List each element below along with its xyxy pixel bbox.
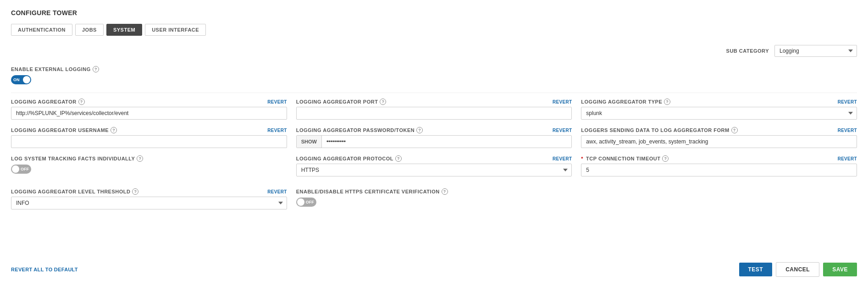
- log-system-tracking-toggle[interactable]: OFF: [11, 165, 31, 174]
- toggle-on-label: ON: [13, 77, 20, 82]
- form-grid-row2: LOGGING AGGREGATOR USERNAME ? REVERT LOG…: [11, 127, 857, 155]
- logging-aggregator-username-label: LOGGING AGGREGATOR USERNAME: [11, 127, 109, 133]
- logging-aggregator-protocol-field: LOGGING AGGREGATOR PROTOCOL ? REVERT HTT…: [296, 155, 572, 181]
- logging-aggregator-help-icon[interactable]: ?: [78, 99, 85, 105]
- loggers-sending-data-help-icon[interactable]: ?: [731, 127, 738, 133]
- log-system-tracking-label: LOG SYSTEM TRACKING FACTS INDIVIDUALLY: [11, 156, 135, 161]
- logging-aggregator-port-label: LOGGING AGGREGATOR PORT: [296, 99, 378, 104]
- footer-row: REVERT ALL TO DEFAULT TEST CANCEL SAVE: [11, 262, 857, 277]
- toggle-knob-https-off: [297, 198, 304, 206]
- cancel-button[interactable]: CANCEL: [776, 262, 819, 277]
- enable-disable-https-toggle[interactable]: OFF: [296, 198, 316, 207]
- footer-actions: TEST CANCEL SAVE: [739, 262, 857, 277]
- logging-aggregator-type-select[interactable]: splunk logstash loggly sumologic other: [581, 107, 857, 120]
- tab-user-interface[interactable]: USER INTERFACE: [145, 24, 206, 36]
- enable-external-logging-help-icon[interactable]: ?: [93, 66, 99, 72]
- enable-disable-https-label: ENABLE/DISABLE HTTPS CERTIFICATE VERIFIC…: [296, 189, 440, 194]
- tab-system[interactable]: SYSTEM: [106, 24, 142, 36]
- toggle-knob: [23, 76, 30, 83]
- logging-aggregator-input[interactable]: [11, 107, 287, 120]
- logging-aggregator-username-field: LOGGING AGGREGATOR USERNAME ? REVERT: [11, 127, 287, 148]
- save-button[interactable]: SAVE: [823, 263, 857, 276]
- sub-category-row: SUB CATEGORY Logging Miscellaneous Alert…: [11, 45, 857, 57]
- logging-aggregator-level-revert[interactable]: REVERT: [267, 189, 287, 194]
- tcp-connection-timeout-input[interactable]: [581, 164, 857, 176]
- page-container: CONFIGURE Tower AUTHENTICATION JOBS SYST…: [0, 0, 868, 286]
- logging-aggregator-username-help-icon[interactable]: ?: [111, 127, 117, 133]
- logging-aggregator-port-field: LOGGING AGGREGATOR PORT ? REVERT: [296, 99, 572, 120]
- logging-aggregator-protocol-revert[interactable]: REVERT: [553, 156, 572, 161]
- section-divider: [11, 93, 857, 93]
- logging-aggregator-type-label: LOGGING AGGREGATOR TYPE: [581, 99, 662, 104]
- enable-disable-https-field: ENABLE/DISABLE HTTPS CERTIFICATE VERIFIC…: [296, 188, 572, 214]
- logging-aggregator-type-revert[interactable]: REVERT: [838, 99, 857, 104]
- logging-aggregator-type-help-icon[interactable]: ?: [664, 99, 670, 105]
- page-title: CONFIGURE Tower: [11, 9, 857, 16]
- toggle-https-off-label: OFF: [306, 200, 314, 204]
- logging-aggregator-revert[interactable]: REVERT: [267, 99, 287, 104]
- tabs-row: AUTHENTICATION JOBS SYSTEM USER INTERFAC…: [11, 24, 857, 36]
- logging-aggregator-protocol-select[interactable]: HTTPS HTTP TCP UDP: [296, 164, 572, 176]
- logging-aggregator-label: LOGGING AGGREGATOR: [11, 99, 77, 104]
- logging-aggregator-port-input[interactable]: [296, 107, 572, 120]
- logging-aggregator-field: LOGGING AGGREGATOR ? REVERT: [11, 99, 287, 120]
- show-password-button[interactable]: SHOW: [297, 136, 322, 148]
- tab-authentication[interactable]: AUTHENTICATION: [11, 24, 72, 36]
- enable-external-logging-label: ENABLE EXTERNAL LOGGING: [11, 66, 91, 72]
- logging-aggregator-password-help-icon[interactable]: ?: [416, 127, 423, 133]
- log-system-tracking-help-icon[interactable]: ?: [137, 155, 143, 162]
- logging-aggregator-password-input[interactable]: [322, 136, 571, 148]
- logging-aggregator-level-help-icon[interactable]: ?: [132, 188, 138, 195]
- toggle-off-label: OFF: [21, 167, 29, 171]
- form-grid-row3: LOG SYSTEM TRACKING FACTS INDIVIDUALLY ?…: [11, 155, 857, 188]
- logging-aggregator-protocol-help-icon[interactable]: ?: [395, 155, 402, 162]
- sub-category-label: SUB CATEGORY: [726, 48, 769, 54]
- enable-external-logging-toggle[interactable]: ON: [11, 75, 31, 84]
- loggers-sending-data-input[interactable]: [581, 135, 857, 148]
- revert-all-button[interactable]: REVERT ALL TO DEFAULT: [11, 267, 78, 272]
- logging-aggregator-username-revert[interactable]: REVERT: [267, 128, 287, 133]
- logging-aggregator-port-revert[interactable]: REVERT: [553, 99, 572, 104]
- tab-jobs[interactable]: JOBS: [75, 24, 104, 36]
- logging-aggregator-type-field: LOGGING AGGREGATOR TYPE ? REVERT splunk …: [581, 99, 857, 120]
- log-system-tracking-field: LOG SYSTEM TRACKING FACTS INDIVIDUALLY ?…: [11, 155, 287, 181]
- loggers-sending-data-label: LOGGERS SENDING DATA TO LOG AGGREGATOR F…: [581, 127, 729, 133]
- tcp-connection-timeout-revert[interactable]: REVERT: [838, 156, 857, 161]
- tcp-connection-timeout-help-icon[interactable]: ?: [662, 155, 669, 162]
- loggers-sending-data-field: LOGGERS SENDING DATA TO LOG AGGREGATOR F…: [581, 127, 857, 148]
- logging-aggregator-protocol-label: LOGGING AGGREGATOR PROTOCOL: [296, 156, 393, 161]
- empty-col: [581, 188, 857, 221]
- form-grid-row4: LOGGING AGGREGATOR LEVEL THRESHOLD ? REV…: [11, 188, 857, 221]
- logging-aggregator-level-field: LOGGING AGGREGATOR LEVEL THRESHOLD ? REV…: [11, 188, 287, 214]
- logging-aggregator-password-field: LOGGING AGGREGATOR PASSWORD/TOKEN ? REVE…: [296, 127, 572, 148]
- logging-aggregator-level-label: LOGGING AGGREGATOR LEVEL THRESHOLD: [11, 189, 130, 194]
- logging-aggregator-username-input[interactable]: [11, 135, 287, 148]
- enable-disable-https-help-icon[interactable]: ?: [442, 188, 448, 195]
- test-button[interactable]: TEST: [739, 263, 773, 276]
- enable-external-logging-field: ENABLE EXTERNAL LOGGING ? ON: [11, 66, 857, 84]
- logging-aggregator-level-select[interactable]: DEBUG INFO WARNING ERROR CRITICAL: [11, 197, 287, 209]
- password-field-wrapper: SHOW: [296, 135, 572, 148]
- required-star: *: [581, 156, 583, 161]
- form-grid-row1: LOGGING AGGREGATOR ? REVERT LOGGING AGGR…: [11, 99, 857, 127]
- tcp-connection-timeout-field: * TCP CONNECTION TIMEOUT ? REVERT: [581, 155, 857, 181]
- logging-aggregator-password-label: LOGGING AGGREGATOR PASSWORD/TOKEN: [296, 127, 415, 133]
- logging-aggregator-password-revert[interactable]: REVERT: [553, 128, 572, 133]
- logging-aggregator-port-help-icon[interactable]: ?: [380, 99, 386, 105]
- sub-category-select[interactable]: Logging Miscellaneous Alerts: [774, 45, 857, 57]
- toggle-knob-off: [12, 165, 19, 173]
- loggers-sending-data-revert[interactable]: REVERT: [838, 128, 857, 133]
- tcp-connection-timeout-label: TCP CONNECTION TIMEOUT: [586, 156, 660, 161]
